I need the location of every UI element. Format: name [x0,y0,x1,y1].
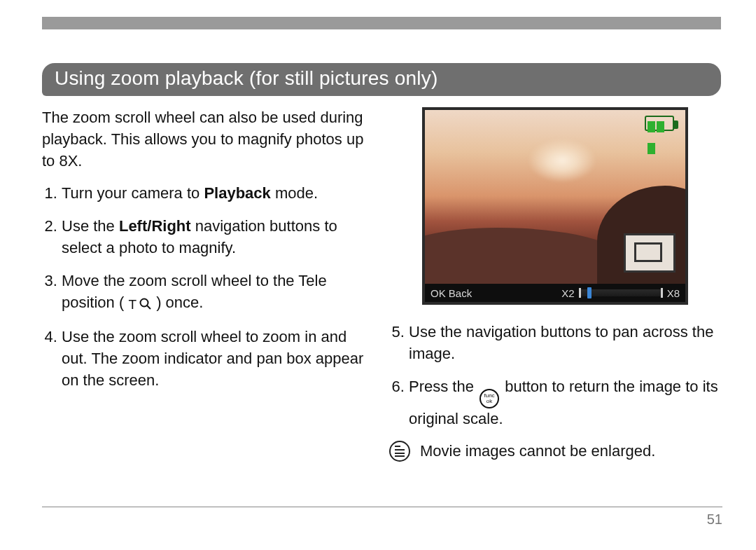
content-columns: The zoom scroll wheel can also be used d… [42,107,721,462]
intro-text: The zoom scroll wheel can also be used d… [42,107,374,172]
page-footer: 51 [42,507,722,528]
zoom-scale: X2 X8 [561,286,680,301]
right-column: OK Back X2 X8 Use the navigation buttons… [389,107,721,462]
page-number: 51 [707,511,722,527]
pan-viewport [634,242,662,262]
svg-line-1 [147,305,150,309]
left-column: The zoom scroll wheel can also be used d… [42,107,374,462]
battery-icon [645,116,680,132]
tele-letter: T [128,296,136,315]
lcd-bottom-strip: OK Back X2 X8 [425,284,685,302]
func-label-bot: ok [486,399,492,404]
step-3-b: ) once. [156,294,203,311]
zoom-scale-bar [579,289,663,296]
step-2-bold: Left/Right [119,217,191,235]
svg-point-0 [141,299,148,307]
ok-back-label: OK Back [430,286,472,301]
tele-symbol: T [128,294,152,315]
step-1-bold: Playback [204,184,270,202]
step-2-a: Use the [62,217,119,235]
zoom-x2-label: X2 [561,286,574,301]
note-text: Movie images cannot be enlarged. [420,441,655,462]
note-icon [389,441,410,462]
manual-page: Using zoom playback (for still pictures … [0,0,756,550]
header-bar [42,17,721,29]
steps-list-left: Turn your camera to Playback mode. Use t… [42,183,374,391]
note-row: Movie images cannot be enlarged. [389,441,721,462]
step-6: Press the func ok button to return the i… [409,376,721,430]
step-6-a: Press the [409,378,478,395]
func-ok-button-icon: func ok [479,389,499,408]
step-2: Use the Left/Right navigation buttons to… [62,216,374,259]
step-5: Use the navigation buttons to pan across… [409,322,721,365]
step-4: Use the zoom scroll wheel to zoom in and… [62,326,374,391]
steps-list-right: Use the navigation buttons to pan across… [389,322,721,429]
pan-indicator [624,233,676,273]
camera-lcd-example: OK Back X2 X8 [422,107,688,305]
zoom-x8-label: X8 [667,286,680,301]
step-1-c: mode. [271,184,318,202]
step-1-a: Turn your camera to [62,184,204,202]
zoom-cursor [587,287,592,298]
step-1: Turn your camera to Playback mode. [62,183,374,205]
step-3: Move the zoom scroll wheel to the Tele p… [62,270,374,316]
section-title: Using zoom playback (for still pictures … [42,63,721,96]
magnifier-icon [139,294,152,315]
